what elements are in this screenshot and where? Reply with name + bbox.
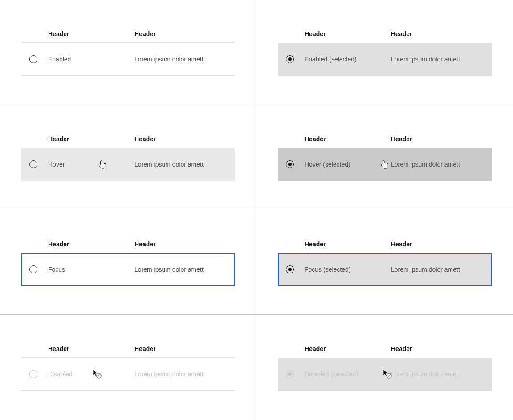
- column-header-1: Header: [48, 241, 134, 248]
- table-header-row: Header Header: [278, 235, 492, 253]
- row-label: Focus: [48, 266, 134, 273]
- column-header-2: Header: [391, 345, 492, 352]
- radio-button-selected[interactable]: [286, 160, 294, 168]
- table-header-row: Header Header: [21, 340, 235, 358]
- hand-cursor-icon: [380, 159, 389, 170]
- column-header-1: Header: [305, 30, 391, 37]
- hand-cursor-icon: [98, 159, 107, 170]
- row-label: Hover: [48, 161, 134, 168]
- row-label: Enabled (selected): [305, 56, 391, 63]
- column-header-1: Header: [305, 241, 391, 248]
- column-header-1: Header: [48, 345, 134, 352]
- radio-button[interactable]: [29, 265, 37, 273]
- row-description: Lorem ipsum dolor amett: [134, 161, 235, 168]
- state-cell-enabled: Header Header Enabled Lorem ipsum dolor …: [0, 0, 256, 105]
- row-label: Focus (selected): [305, 266, 391, 273]
- row-label: Disabled (selected): [305, 371, 391, 378]
- table-row[interactable]: Enabled (selected) Lorem ipsum dolor ame…: [278, 43, 492, 76]
- row-label: Disabled: [48, 371, 134, 378]
- table-header-row: Header Header: [278, 340, 492, 358]
- radio-button[interactable]: [29, 55, 37, 63]
- row-description: Lorem ipsum dolor amett: [134, 371, 235, 378]
- table-row[interactable]: Focus (selected) Lorem ipsum dolor amett: [278, 253, 492, 286]
- table-header-row: Header Header: [278, 130, 492, 148]
- state-cell-focus: Header Header Focus Lorem ipsum dolor am…: [0, 210, 256, 315]
- column-header-2: Header: [391, 30, 492, 37]
- column-header-1: Header: [48, 30, 134, 37]
- row-label: Enabled: [48, 56, 134, 63]
- column-header-1: Header: [305, 345, 391, 352]
- radio-button-disabled: [29, 370, 37, 378]
- column-header-2: Header: [391, 241, 492, 248]
- states-grid: Header Header Enabled Lorem ipsum dolor …: [0, 0, 513, 420]
- radio-button[interactable]: [29, 160, 37, 168]
- row-label: Hover (selected): [305, 161, 391, 168]
- table-row: Disabled Lorem ipsum dolor amett: [21, 358, 235, 391]
- state-cell-enabled-selected: Header Header Enabled (selected) Lorem i…: [256, 0, 513, 105]
- state-cell-focus-selected: Header Header Focus (selected) Lorem ips…: [256, 210, 513, 315]
- state-cell-disabled-selected: Header Header Disabled (selected) Lorem …: [256, 315, 513, 420]
- column-header-1: Header: [48, 135, 134, 143]
- row-description: Lorem ipsum dolor amett: [391, 161, 492, 168]
- table-header-row: Header Header: [278, 25, 492, 43]
- radio-button-selected[interactable]: [286, 55, 294, 63]
- row-description: Lorem ipsum dolor amett: [134, 56, 235, 63]
- row-description: Lorem ipsum dolor amett: [134, 266, 235, 273]
- table-header-row: Header Header: [21, 130, 235, 148]
- row-description: Lorem ipsum dolor amett: [391, 371, 492, 378]
- state-cell-disabled: Header Header Disabled Lorem ipsum dolor…: [0, 315, 256, 420]
- state-cell-hover: Header Header Hover Lorem ipsum dolor am…: [0, 105, 256, 210]
- state-cell-hover-selected: Header Header Hover (selected) Lorem ips…: [256, 105, 513, 210]
- table-row: Disabled (selected) Lorem ipsum dolor am…: [278, 358, 492, 391]
- table-header-row: Header Header: [21, 25, 235, 43]
- table-row[interactable]: Hover (selected) Lorem ipsum dolor amett: [278, 148, 492, 181]
- column-header-2: Header: [134, 30, 235, 37]
- table-row[interactable]: Enabled Lorem ipsum dolor amett: [21, 43, 235, 76]
- column-header-2: Header: [134, 345, 235, 352]
- column-header-1: Header: [305, 135, 391, 143]
- table-row[interactable]: Hover Lorem ipsum dolor amett: [21, 148, 235, 181]
- row-description: Lorem ipsum dolor amett: [391, 56, 492, 63]
- radio-button-selected[interactable]: [286, 265, 294, 273]
- column-header-2: Header: [134, 135, 235, 143]
- row-description: Lorem ipsum dolor amett: [391, 266, 492, 273]
- table-header-row: Header Header: [21, 235, 235, 253]
- column-header-2: Header: [391, 135, 492, 143]
- radio-button-disabled-selected: [286, 370, 294, 378]
- column-header-2: Header: [134, 241, 235, 248]
- not-allowed-cursor-icon: [93, 369, 102, 379]
- table-row[interactable]: Focus Lorem ipsum dolor amett: [21, 253, 235, 286]
